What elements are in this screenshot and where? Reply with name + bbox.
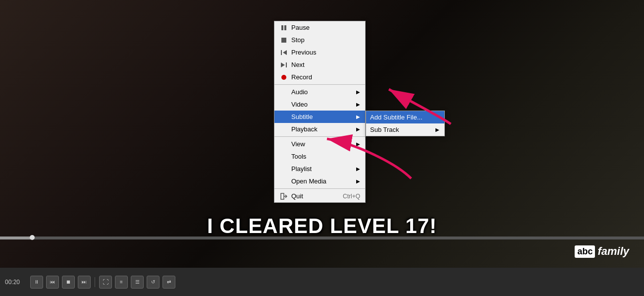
- pause-icon: [278, 25, 289, 31]
- menu-item-subtitle[interactable]: Subtitle ▶ Add Subtitle File... Sub Trac…: [274, 111, 365, 123]
- play-pause-button[interactable]: ⏸: [30, 276, 43, 289]
- prev-button[interactable]: ⏮: [46, 276, 59, 289]
- menu-item-stop[interactable]: Stop: [274, 34, 365, 46]
- open-media-arrow: ▶: [356, 178, 360, 184]
- separator-2: [274, 136, 365, 137]
- playlist-arrow: ▶: [356, 166, 360, 172]
- menu-item-pause[interactable]: Pause: [274, 21, 365, 34]
- svg-marker-5: [281, 62, 285, 67]
- extended-button[interactable]: ≡: [115, 276, 128, 289]
- context-menu: Pause Stop Previous Next: [274, 21, 366, 203]
- menu-item-view[interactable]: View ▶: [274, 138, 365, 150]
- separator-3: [274, 188, 365, 189]
- view-arrow: ▶: [356, 141, 360, 147]
- abc-logo: abc: [575, 245, 595, 258]
- video-subtitle: I CLEARED LEVEL 17!: [0, 214, 644, 238]
- video-arrow: ▶: [356, 102, 360, 107]
- time-display: 00:20: [5, 279, 27, 286]
- menu-item-open-media[interactable]: Open Media ▶: [274, 175, 365, 187]
- svg-rect-2: [281, 38, 286, 43]
- menu-item-tools[interactable]: Tools: [274, 150, 365, 163]
- svg-point-7: [281, 75, 286, 80]
- svg-rect-6: [286, 62, 287, 67]
- svg-rect-1: [284, 25, 286, 30]
- subtitle-submenu: Add Subtitle File... Sub Track ▶: [366, 111, 445, 136]
- svg-marker-3: [283, 50, 287, 55]
- separator-ctrl-1: [95, 277, 95, 287]
- next-icon: [278, 62, 289, 68]
- record-icon: [278, 74, 289, 80]
- loop-button[interactable]: ↺: [147, 276, 160, 289]
- quit-icon: [278, 193, 289, 200]
- menu-item-playlist[interactable]: Playlist ▶: [274, 163, 365, 175]
- sub-track-arrow: ▶: [435, 127, 439, 132]
- menu-item-previous[interactable]: Previous: [274, 46, 365, 59]
- menu-item-record[interactable]: Record: [274, 71, 365, 83]
- stop-icon: [278, 37, 289, 43]
- submenu-item-sub-track[interactable]: Sub Track ▶: [366, 123, 444, 136]
- watermark: abc family: [575, 245, 629, 258]
- playlist-button[interactable]: ☰: [131, 276, 144, 289]
- progress-handle[interactable]: [30, 235, 35, 240]
- separator-1: [274, 84, 365, 85]
- progress-bar-container[interactable]: [0, 237, 644, 239]
- playback-arrow: ▶: [356, 126, 360, 132]
- subtitle-arrow: ▶: [356, 114, 360, 119]
- stop-button[interactable]: ⏹: [62, 276, 75, 289]
- next-button[interactable]: ⏭: [78, 276, 91, 289]
- menu-item-playback[interactable]: Playback ▶: [274, 123, 365, 135]
- progress-bar-fill: [0, 237, 32, 239]
- menu-item-audio[interactable]: Audio ▶: [274, 86, 365, 98]
- video-area: I CLEARED LEVEL 17! abc family Pause Sto…: [0, 0, 644, 268]
- menu-item-next[interactable]: Next: [274, 59, 365, 71]
- random-button[interactable]: ⇄: [162, 276, 175, 289]
- svg-rect-0: [281, 25, 283, 30]
- menu-item-quit[interactable]: Quit Ctrl+Q: [274, 190, 365, 202]
- control-bar: 00:20 ⏸ ⏮ ⏹ ⏭ ⛶ ≡ ☰ ↺ ⇄: [0, 268, 644, 296]
- audio-arrow: ▶: [356, 89, 360, 95]
- svg-rect-4: [281, 50, 282, 55]
- family-text: family: [597, 245, 629, 258]
- previous-icon: [278, 50, 289, 56]
- svg-rect-8: [281, 193, 284, 199]
- fullscreen-button[interactable]: ⛶: [99, 276, 112, 289]
- menu-item-video[interactable]: Video ▶: [274, 98, 365, 111]
- submenu-item-add-subtitle[interactable]: Add Subtitle File...: [366, 111, 444, 123]
